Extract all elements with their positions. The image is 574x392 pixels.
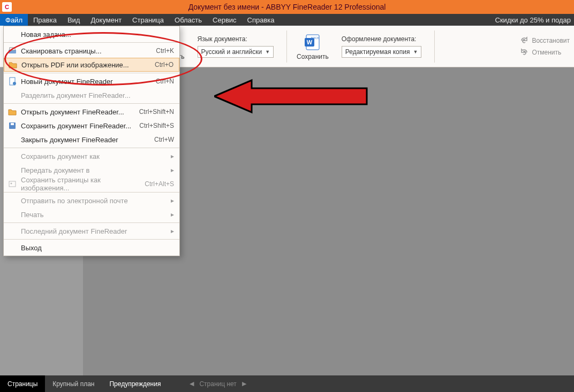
folder-icon [7,59,18,70]
chevron-down-icon: ▼ [413,49,418,55]
submenu-arrow-icon: ▸ [171,152,174,160]
statusbar-pages-tab[interactable]: Страницы [0,375,45,392]
language-select[interactable]: Русский и английски ▼ [198,46,274,58]
menu-scan-pages[interactable]: Сканировать страницы... Ctrl+K [4,44,179,58]
svg-text:DOCX: DOCX [311,36,319,40]
menu-new-task[interactable]: Новая задача... [4,27,179,41]
language-label: Язык документа: [198,35,274,43]
menu-file[interactable]: Файл [0,14,28,26]
submenu-arrow-icon: ▸ [171,166,174,174]
language-group: Язык документа: Русский и английски ▼ [198,35,274,58]
submenu-arrow-icon: ▸ [171,211,174,218]
file-menu-dropdown: Новая задача... Сканировать страницы... … [3,26,180,256]
folder-open-icon [7,106,18,117]
menu-exit[interactable]: Выход [4,241,179,255]
statusbar-zoom-tab[interactable]: Крупный план [45,375,102,392]
redo-icon [520,36,528,45]
restore-label: Восстановит [532,37,570,44]
submenu-arrow-icon: ▸ [171,197,174,204]
menu-document[interactable]: Документ [85,14,127,26]
language-value: Русский и английски [201,48,262,56]
app-icon: C [2,2,12,12]
menu-send-email: Отправить по электронной почте ▸ [4,194,179,207]
promo-text[interactable]: Скидки до 25% и подар [492,14,574,26]
scanner-icon [7,45,18,56]
prev-page-icon[interactable]: ◀ [190,380,194,387]
menu-new-document[interactable]: Новый документ FineReader Ctrl+N [4,74,179,88]
menu-print: Печать ▸ [4,207,179,221]
layout-value: Редактируемая копия [345,48,410,56]
menu-save-document[interactable]: Сохранить документ FineReader... Ctrl+Sh… [4,119,179,133]
page-count-label: Страниц нет [199,380,236,388]
menu-open-document[interactable]: Открыть документ FineReader... Ctrl+Shif… [4,105,179,119]
menu-bar: Файл Правка Вид Документ Страница Област… [0,14,574,26]
window-title: Документ без имени - ABBYY FineReader 12… [188,3,386,11]
undo-button[interactable]: Отменить [520,48,570,57]
menu-view[interactable]: Вид [62,14,86,26]
svg-point-11 [13,82,16,85]
menu-send-to: Передать документ в ▸ [4,163,179,177]
undo-label: Отменить [532,49,561,56]
svg-rect-14 [9,181,16,187]
image-icon [7,179,18,189]
layout-group: Оформление документа: Редактируемая копи… [342,35,422,58]
statusbar-warnings-tab[interactable]: Предупреждения [102,375,168,392]
layout-label: Оформление документа: [342,35,422,43]
menu-page[interactable]: Страница [127,14,169,26]
menu-close-document[interactable]: Закрыть документ FineReader Ctrl+W [4,133,179,147]
submenu-arrow-icon: ▸ [171,227,174,235]
menu-save-as: Сохранить документ как ▸ [4,149,179,163]
menu-open-pdf[interactable]: Открыть PDF или изображение... Ctrl+O [4,58,179,72]
layout-select[interactable]: Редактируемая копия ▼ [342,46,422,58]
menu-area[interactable]: Область [169,14,207,26]
menu-split-document: Разделить документ FineReader... [4,88,179,102]
save-button[interactable]: W DOCX Сохранить [292,30,333,63]
word-icon: W DOCX [303,33,322,52]
save-label: Сохранить [297,53,329,60]
toolbar-separator [434,30,435,63]
undo-icon [520,48,528,57]
svg-text:W: W [307,39,313,45]
title-bar: C Документ без имени - ABBYY FineReader … [0,0,574,14]
new-doc-icon [7,76,18,87]
toolbar-separator [286,30,287,63]
restore-button[interactable]: Восстановит [520,36,570,45]
status-bar: Страницы Крупный план Предупреждения ◀ С… [0,375,574,392]
svg-point-15 [11,183,12,185]
page-navigator: ◀ Страниц нет ▶ [190,375,246,392]
chevron-down-icon: ▼ [265,49,270,55]
menu-save-pages-images: Сохранить страницы как изображения... Ct… [4,177,179,191]
menu-help[interactable]: Справка [242,14,280,26]
undo-redo-group: Восстановит Отменить [520,36,574,57]
svg-rect-13 [11,123,14,125]
menu-service[interactable]: Сервис [207,14,242,26]
menu-recent-document: Последний документ FineReader ▸ [4,224,179,238]
save-icon [7,120,18,131]
svg-rect-9 [10,48,15,50]
next-page-icon[interactable]: ▶ [242,380,246,387]
menu-edit[interactable]: Правка [28,14,62,26]
